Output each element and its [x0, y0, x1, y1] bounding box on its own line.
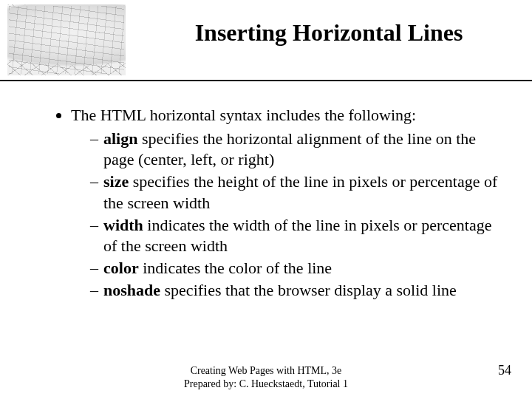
footer: Creating Web Pages with HTML, 3e Prepare…	[0, 364, 532, 390]
page-number: 54	[498, 363, 511, 378]
sub-bullet: size specifies the height of the line in…	[90, 171, 502, 213]
lead-bullet: The HTML horizontal syntax includes the …	[71, 105, 502, 301]
divider	[0, 80, 532, 81]
definition: specifies that the browser display a sol…	[160, 281, 457, 299]
term: width	[103, 216, 143, 234]
lead-text: The HTML horizontal syntax includes the …	[71, 106, 416, 124]
footer-line-2: Prepared by: C. Hueckstaedt, Tutorial 1	[0, 378, 532, 391]
term: noshade	[103, 281, 160, 299]
sub-bullet: align specifies the horizontal alignment…	[90, 129, 502, 170]
definition: specifies the height of the line in pixe…	[103, 172, 497, 211]
slide-title: Inserting Horizontal Lines	[140, 19, 517, 47]
footer-line-1: Creating Web Pages with HTML, 3e	[0, 364, 532, 378]
definition: indicates the color of the line	[139, 259, 332, 277]
sub-bullet: noshade specifies that the browser displ…	[90, 280, 502, 301]
term: color	[103, 259, 139, 277]
definition: indicates the width of the line in pixel…	[103, 216, 491, 255]
definition: specifies the horizontal alignment of th…	[103, 129, 476, 168]
sub-bullet: color indicates the color of the line	[90, 258, 502, 279]
decorative-image	[7, 4, 126, 75]
term: size	[103, 172, 129, 191]
sub-bullet: width indicates the width of the line in…	[90, 215, 502, 256]
slide-body: The HTML horizontal syntax includes the …	[52, 105, 502, 302]
term: align	[103, 129, 137, 148]
